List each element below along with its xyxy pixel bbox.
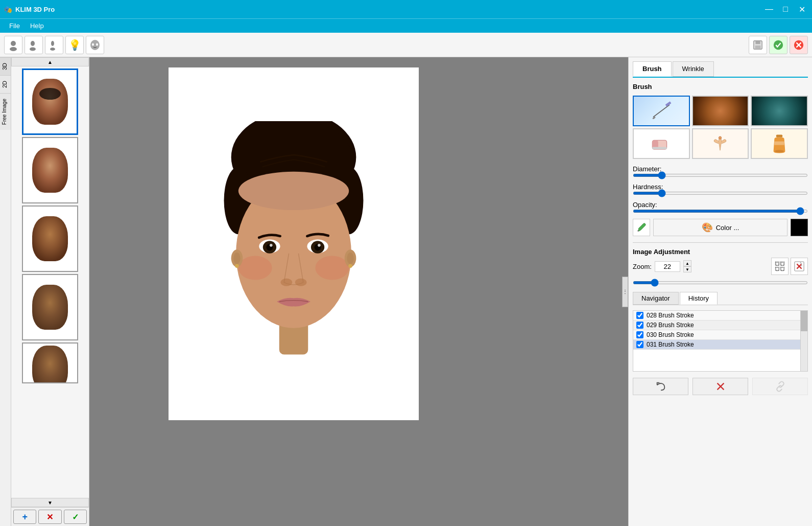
brush-pencil[interactable]: [633, 96, 690, 126]
menu-file[interactable]: File: [4, 20, 25, 32]
svg-point-2: [31, 41, 35, 46]
svg-point-38: [347, 253, 353, 264]
brush-fur-teal[interactable]: [751, 96, 808, 126]
zoom-reset-button[interactable]: [791, 258, 808, 275]
history-checkbox-028[interactable]: [636, 312, 643, 319]
zoom-fit-button[interactable]: [771, 258, 789, 275]
thumbnail-3[interactable]: [22, 205, 78, 272]
zoom-down-button[interactable]: ▼: [683, 266, 691, 272]
history-label-028: 028 Brush Stroke: [647, 312, 694, 319]
history-actions: [633, 378, 808, 395]
toolbar-confirm[interactable]: [769, 36, 787, 54]
svg-line-51: [638, 231, 639, 232]
opacity-slider[interactable]: [633, 210, 808, 213]
toolbar-face-side[interactable]: [45, 36, 63, 54]
brush-bottle[interactable]: [751, 128, 808, 159]
brush-finger[interactable]: [692, 128, 749, 159]
svg-point-23: [238, 256, 272, 280]
svg-rect-55: [781, 267, 784, 270]
thumbnail-5[interactable]: [22, 342, 78, 383]
thumbnail-2[interactable]: [22, 137, 78, 203]
toolbar-face-front[interactable]: [4, 36, 22, 54]
brush-eraser[interactable]: [633, 128, 690, 159]
zoom-up-button[interactable]: ▲: [683, 260, 691, 266]
tab-history[interactable]: History: [680, 292, 718, 305]
toolbar-face-angle[interactable]: [25, 36, 43, 54]
maximize-button[interactable]: □: [779, 3, 792, 15]
brush-fur-brown[interactable]: [692, 96, 749, 126]
color-row: 🎨 Color ...: [633, 219, 808, 236]
tab-wrinkle[interactable]: Wrinkle: [673, 61, 714, 77]
side-tab-2d[interactable]: 2D: [0, 75, 11, 93]
svg-rect-48: [776, 134, 782, 137]
tab-navigator[interactable]: Navigator: [633, 292, 679, 305]
svg-point-0: [11, 41, 16, 46]
history-checkbox-030[interactable]: [636, 331, 643, 338]
scroll-down-arrow[interactable]: ▼: [11, 498, 89, 507]
canvas-white: [169, 67, 419, 420]
svg-point-32: [318, 244, 321, 247]
toolbar-save[interactable]: [749, 36, 767, 54]
history-delete-button[interactable]: [692, 378, 748, 395]
titlebar-controls: — □ ✕: [763, 3, 808, 15]
color-swatch[interactable]: [791, 219, 808, 236]
zoom-input[interactable]: [655, 261, 680, 272]
brush-tabs: Brush Wrinkle: [633, 61, 808, 78]
titlebar-left: 🎭 KLIM 3D Pro: [4, 6, 55, 13]
history-link-button[interactable]: [752, 378, 808, 395]
hardness-slider[interactable]: [633, 192, 808, 195]
history-checkbox-029[interactable]: [636, 322, 643, 329]
toolbar-light[interactable]: 💡: [65, 36, 84, 54]
nav-hist-tabs: Navigator History: [633, 292, 808, 305]
hardness-slider-row: Hardness:: [633, 183, 808, 195]
menu-help[interactable]: Help: [25, 20, 49, 32]
add-thumbnail-button[interactable]: +: [13, 510, 36, 524]
history-checkbox-031[interactable]: [636, 341, 643, 348]
history-item-028[interactable]: 028 Brush Stroke: [633, 311, 807, 321]
collapse-handle[interactable]: ⋮: [622, 277, 628, 307]
svg-rect-52: [776, 262, 779, 265]
confirm-thumbnail-button[interactable]: ✓: [64, 510, 87, 524]
svg-line-41: [653, 105, 670, 117]
svg-point-33: [281, 279, 293, 286]
brush-grid: [633, 96, 808, 159]
svg-rect-53: [781, 262, 784, 265]
history-item-030[interactable]: 030 Brush Stroke: [633, 330, 807, 340]
brush-section-title: Brush: [633, 83, 808, 90]
svg-point-7: [92, 43, 94, 45]
svg-point-37: [233, 253, 240, 264]
history-scrollbar-thumb: [801, 311, 807, 331]
history-item-029[interactable]: 029 Brush Stroke: [633, 321, 807, 330]
side-tab-free-image[interactable]: Free Image: [0, 93, 11, 130]
app-title: KLIM 3D Pro: [15, 6, 55, 13]
thumbnails-scroll: [11, 66, 89, 498]
eyedropper-button[interactable]: [633, 219, 650, 236]
close-button[interactable]: ✕: [796, 3, 808, 15]
svg-rect-10: [755, 40, 760, 43]
svg-point-6: [90, 40, 100, 50]
diameter-slider[interactable]: [633, 174, 808, 177]
side-tab-3d[interactable]: 3D: [0, 57, 11, 75]
toolbar-close-red[interactable]: [790, 36, 808, 54]
history-item-031[interactable]: 031 Brush Stroke: [633, 340, 807, 350]
thumbnail-4[interactable]: [22, 274, 78, 340]
scroll-up-arrow[interactable]: ▲: [11, 57, 89, 66]
history-label-029: 029 Brush Stroke: [647, 322, 694, 329]
minimize-button[interactable]: —: [763, 3, 775, 15]
side-view-tabs: 3D 2D Free Image: [0, 57, 11, 526]
menubar: File Help: [0, 18, 812, 33]
remove-thumbnail-button[interactable]: ✕: [38, 510, 61, 524]
svg-point-34: [295, 279, 307, 286]
color-button[interactable]: 🎨 Color ...: [653, 219, 787, 236]
toolbar-mask[interactable]: [86, 36, 104, 54]
history-undo-button[interactable]: [633, 378, 688, 395]
tab-brush[interactable]: Brush: [633, 61, 672, 77]
history-scrollbar[interactable]: [800, 311, 807, 371]
zoom-slider-row: [633, 278, 808, 286]
zoom-spinner: ▲ ▼: [683, 260, 691, 272]
zoom-slider[interactable]: [633, 281, 808, 284]
thumbnail-1[interactable]: [22, 68, 78, 135]
image-adjustment: Image Adjustment Zoom: ▲ ▼: [633, 242, 808, 289]
svg-point-47: [719, 136, 722, 139]
svg-point-24: [315, 256, 349, 280]
